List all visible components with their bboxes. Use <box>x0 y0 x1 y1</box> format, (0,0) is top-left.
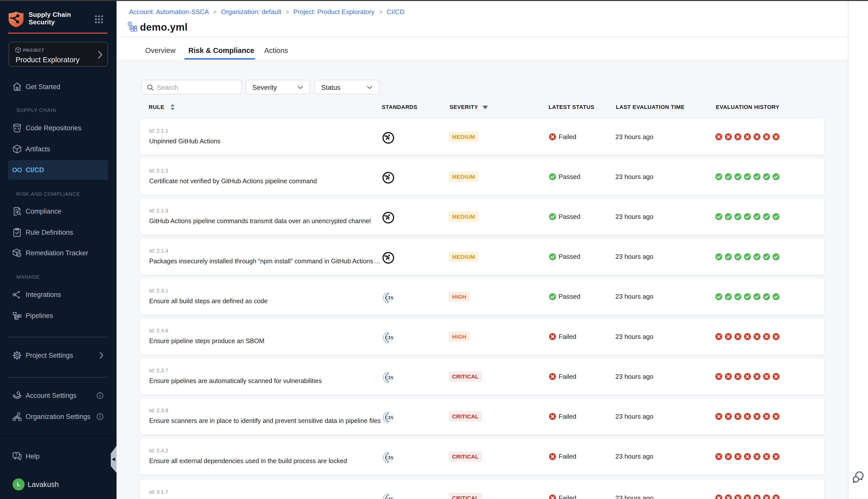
svg-text:?: ? <box>15 453 17 457</box>
svg-text:CIS: CIS <box>385 335 393 340</box>
svg-text:CIS: CIS <box>385 415 393 420</box>
svg-text:CIS: CIS <box>385 375 393 380</box>
svg-text:CIS: CIS <box>385 295 393 301</box>
svg-text:CIS: CIS <box>385 497 393 499</box>
svg-text:CIS: CIS <box>385 455 393 460</box>
